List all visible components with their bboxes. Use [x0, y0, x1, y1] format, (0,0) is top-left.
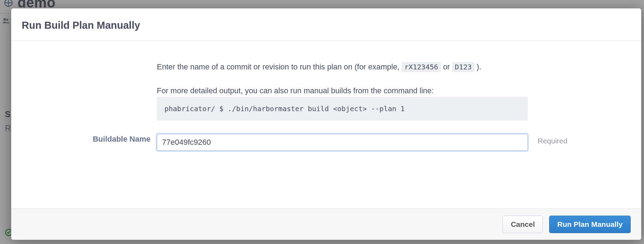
instr-line1-mid: or	[441, 62, 452, 71]
modal-title: Run Build Plan Manually	[22, 20, 631, 31]
example-code-1: rX123456	[401, 62, 441, 72]
instr-line1-pre: Enter the name of a commit or revision t…	[157, 62, 401, 71]
instr-line1-post: ).	[475, 62, 482, 71]
modal-body: Enter the name of a commit or revision t…	[11, 41, 641, 208]
command-code-block: phabricator/ $ ./bin/harbormaster build …	[157, 97, 528, 121]
buildable-name-input[interactable]	[157, 134, 528, 151]
run-build-plan-modal: Run Build Plan Manually Enter the name o…	[11, 8, 641, 240]
modal-footer: Cancel Run Plan Manually	[11, 208, 641, 240]
modal-header: Run Build Plan Manually	[11, 8, 641, 41]
buildable-name-row: Buildable Name Required	[22, 134, 631, 151]
instr-line2: For more detailed output, you can also r…	[157, 85, 528, 97]
instructions-text: Enter the name of a commit or revision t…	[157, 61, 528, 97]
buildable-name-label: Buildable Name	[93, 135, 150, 143]
example-code-2: D123	[452, 62, 475, 72]
run-plan-manually-button[interactable]: Run Plan Manually	[549, 216, 631, 233]
instructions-row: Enter the name of a commit or revision t…	[22, 61, 631, 134]
required-label: Required	[538, 137, 567, 145]
cancel-button[interactable]: Cancel	[503, 216, 543, 233]
